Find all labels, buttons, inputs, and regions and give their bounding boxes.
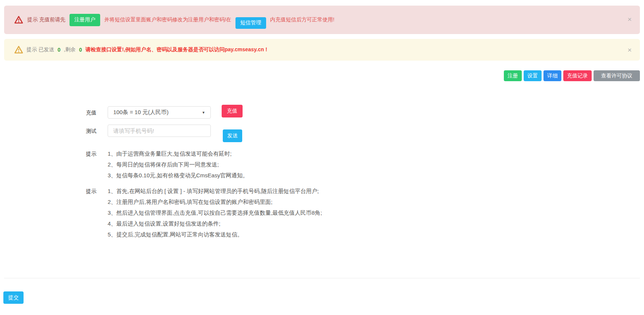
sms-manage-button[interactable]: 短信管理 <box>235 17 266 29</box>
danger-alert-prefix: 提示 充值前请先 <box>27 16 65 23</box>
test-label: 测试 <box>86 128 96 135</box>
tips2-item: 3、然后进入短信管理界面,点击充值,可以按自己需要选择充值数量,最低充值人民币8… <box>108 207 322 218</box>
warning-alert-error-text: 请检查接口设置!,例如用户名、密码以及服务器是否可以访问pay.cmseasy.… <box>85 46 267 53</box>
toolbar: 注册 设置 详细 充值记录 查看许可协议 <box>504 70 640 81</box>
danger-alert-middle: 并将短信设置里面账户和密码修改为注册用户和密码!在 <box>104 16 231 23</box>
recharge-button[interactable]: 充值 <box>222 105 243 117</box>
danger-alert-suffix: 内充值短信后方可正常使用! <box>270 16 335 23</box>
danger-alert-close-icon[interactable]: × <box>628 16 632 23</box>
recharge-selected-option: 100条 = 10 元(人民币) <box>113 109 169 116</box>
remaining-count: 0 <box>79 47 82 53</box>
tips2-item: 2、注册用户后,将用户名和密码,填写在短信设置的账户和密码里面; <box>108 196 322 207</box>
warning-alert-close-icon[interactable]: × <box>628 46 632 53</box>
phone-number-input[interactable] <box>108 125 211 137</box>
tips2-item: 1、首先,在网站后台的 [ 设置 ] - 填写好网站管理员的手机号码,随后注册短… <box>108 186 322 196</box>
tips1-item: 3、短信每条0.10元,如有价格变动见CmsEasy官网通知。 <box>108 170 248 181</box>
tips2-label: 提示 <box>86 188 96 195</box>
register-button[interactable]: 注册 <box>504 70 522 81</box>
tips1-item: 2、每周日的短信将保存后由下周一同意发送; <box>108 159 248 170</box>
danger-warning-triangle-icon <box>14 16 23 24</box>
tips1-item: 1、由于运营商业务量巨大,短信发送可能会有延时; <box>108 148 248 159</box>
danger-alert-banner: 提示 充值前请先 注册用户 并将短信设置里面账户和密码修改为注册用户和密码!在 … <box>4 6 640 34</box>
view-license-button[interactable]: 查看许可协议 <box>594 70 640 81</box>
tips2-item: 5、提交后,完成短信配置,网站可正常向访客发送短信。 <box>108 229 322 240</box>
submit-button[interactable]: 提交 <box>3 291 24 304</box>
tips2-item: 4、最后进入短信设置,设置好短信发送的条件; <box>108 218 322 229</box>
send-button[interactable]: 发送 <box>223 129 242 142</box>
tips2-list: 1、首先,在网站后台的 [ 设置 ] - 填写好网站管理员的手机号码,随后注册短… <box>108 186 322 240</box>
warning-alert-middle: ,剩余 <box>64 46 76 53</box>
warning-triangle-icon <box>14 46 23 54</box>
tips1-list: 1、由于运营商业务量巨大,短信发送可能会有延时; 2、每周日的短信将保存后由下周… <box>108 148 248 181</box>
register-user-button[interactable]: 注册用户 <box>70 14 100 26</box>
tips1-label: 提示 <box>86 151 96 158</box>
select-dropdown-arrow-icon: ▼ <box>202 111 205 114</box>
footer-divider <box>4 278 640 278</box>
detail-button[interactable]: 详细 <box>543 70 561 81</box>
recharge-label: 充值 <box>86 110 96 116</box>
recharge-records-button[interactable]: 充值记录 <box>563 70 592 81</box>
settings-button[interactable]: 设置 <box>524 70 542 81</box>
recharge-amount-select[interactable]: 100条 = 10 元(人民币) ▼ <box>108 106 211 119</box>
warning-alert-banner: 提示 已发送 0 ,剩余 0 请检查接口设置!,例如用户名、密码以及服务器是否可… <box>4 39 640 61</box>
warning-alert-prefix: 提示 已发送 <box>27 46 54 53</box>
sent-count: 0 <box>58 47 61 53</box>
